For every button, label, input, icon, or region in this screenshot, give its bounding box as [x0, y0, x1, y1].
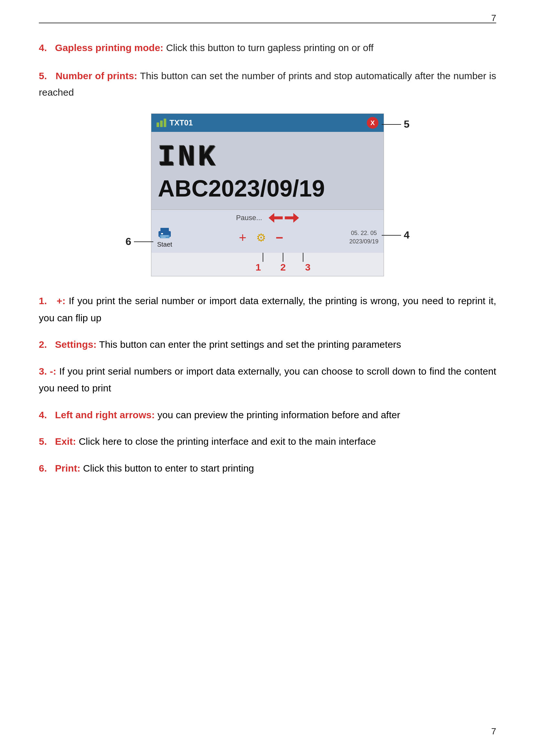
abc-text-display: ABC2023/09/19 — [158, 175, 325, 202]
item5-num: 5. — [39, 70, 47, 81]
pause-text: Pause... — [236, 214, 262, 222]
desc-item-2: 2. Settings: This button can enter the p… — [39, 336, 496, 353]
ui-header: TXT01 X — [152, 114, 383, 132]
signal-icon — [156, 119, 166, 127]
ui-header-left: TXT01 — [156, 118, 193, 127]
item5-label: Number of prints: — [56, 70, 137, 81]
ui-box: TXT01 X INK ABC2023/09/19 Pause... — [151, 114, 384, 276]
desc1-text: If you print the serial number or import… — [39, 295, 496, 323]
svg-rect-5 — [161, 237, 166, 237]
svg-rect-3 — [161, 233, 163, 234]
item4-text: Click this button to turn gapless printi… — [166, 42, 373, 53]
item4-label: Gapless printing mode: — [55, 42, 163, 53]
ink-text-display: INK — [158, 143, 218, 172]
time-display: 05. 22. 05 2023/09/19 — [349, 229, 379, 245]
svg-rect-1 — [160, 228, 169, 232]
desc4-num: 4. — [39, 410, 47, 420]
desc5-label: Exit: — [55, 436, 76, 447]
ui-screenshot-container: TXT01 X INK ABC2023/09/19 Pause... — [39, 114, 496, 276]
desc-item-1: 1. +: If you print the serial number or … — [39, 292, 496, 326]
time-line2: 2023/09/19 — [349, 237, 379, 246]
desc-item-6: 6. Print: Click this button to enter to … — [39, 460, 496, 477]
printer-icon — [156, 227, 173, 239]
middle-buttons: + ⚙ − — [239, 231, 283, 244]
desc4-text: you can preview the printing information… — [157, 410, 400, 420]
bar3 — [164, 119, 166, 127]
time-line1: 05. 22. 05 — [349, 229, 379, 237]
num-label-1: 1 — [256, 262, 261, 273]
desc-item-5: 5. Exit: Click here to close the printin… — [39, 433, 496, 450]
desc1-num: 1. — [39, 295, 47, 306]
ann-line-6 — [134, 241, 153, 242]
item4-num: 4. — [39, 42, 47, 53]
desc6-num: 6. — [39, 463, 47, 473]
desc6-label: Print: — [55, 463, 80, 473]
page-number-bottom: 7 — [491, 726, 496, 737]
vert-line-2 — [283, 253, 283, 262]
desc2-text: This button can enter the print settings… — [99, 339, 401, 350]
ui-toolbar-section: Pause... — [152, 209, 383, 276]
arrow-right-btn[interactable] — [285, 213, 299, 223]
desc3-text: If you print serial numbers or import da… — [39, 366, 496, 394]
desc1-label: +: — [57, 295, 66, 306]
svg-rect-2 — [160, 235, 169, 238]
annotation-4-right: 4 — [382, 229, 409, 241]
toolbar-row2: Staet + ⚙ − 05. 22. 05 2023/09/19 — [156, 225, 379, 250]
desc3-label: -: — [50, 366, 56, 377]
desc6-text: Click this button to enter to start prin… — [83, 463, 254, 473]
settings-button[interactable]: ⚙ — [256, 232, 266, 243]
num-label-2: 2 — [280, 262, 286, 273]
arrow-left-btn[interactable] — [268, 213, 283, 223]
desc5-num: 5. — [39, 436, 47, 447]
desc2-label: Settings: — [55, 339, 97, 350]
desc3-num: 3. — [39, 366, 47, 377]
bar2 — [160, 121, 163, 127]
plus-button[interactable]: + — [239, 231, 246, 244]
ann-line-5 — [382, 124, 401, 125]
num-label-3: 3 — [305, 262, 311, 273]
annotation-6-left: 6 — [126, 236, 153, 248]
vert-line-3 — [303, 253, 303, 262]
desc5-text: Click here to close the printing interfa… — [79, 436, 376, 447]
minus-button[interactable]: − — [276, 231, 283, 244]
ann-num-6: 6 — [126, 236, 131, 248]
annotation-5-right: 5 — [382, 118, 409, 130]
ann-num-5: 5 — [404, 118, 409, 130]
toolbar-row1: Pause... — [156, 213, 379, 223]
desc4-label: Left and right arrows: — [55, 410, 155, 420]
ui-toolbar: Pause... — [152, 209, 383, 253]
ui-preview-area: INK ABC2023/09/19 — [152, 132, 383, 209]
desc-item-3: 3. -: If you print serial numbers or imp… — [39, 363, 496, 397]
ann-line-4 — [382, 235, 401, 236]
start-button[interactable]: Staet — [156, 227, 173, 248]
close-button[interactable]: X — [367, 117, 379, 129]
svg-rect-4 — [161, 236, 168, 236]
ann-num-4: 4 — [404, 229, 409, 241]
arrow-buttons[interactable] — [268, 213, 299, 223]
item-4: 4. Gapless printing mode: Click this but… — [39, 40, 496, 56]
desc-item-4: 4. Left and right arrows: you can previe… — [39, 407, 496, 424]
top-divider — [39, 23, 496, 23]
ui-title: TXT01 — [169, 118, 193, 127]
item-5: 5. Number of prints: This button can set… — [39, 68, 496, 100]
desc2-num: 2. — [39, 339, 47, 350]
descriptions-section: 1. +: If you print the serial number or … — [39, 292, 496, 477]
page-number-top: 7 — [491, 13, 496, 23]
bar1 — [156, 122, 159, 127]
vert-line-1 — [263, 253, 263, 262]
start-label: Staet — [157, 241, 172, 248]
